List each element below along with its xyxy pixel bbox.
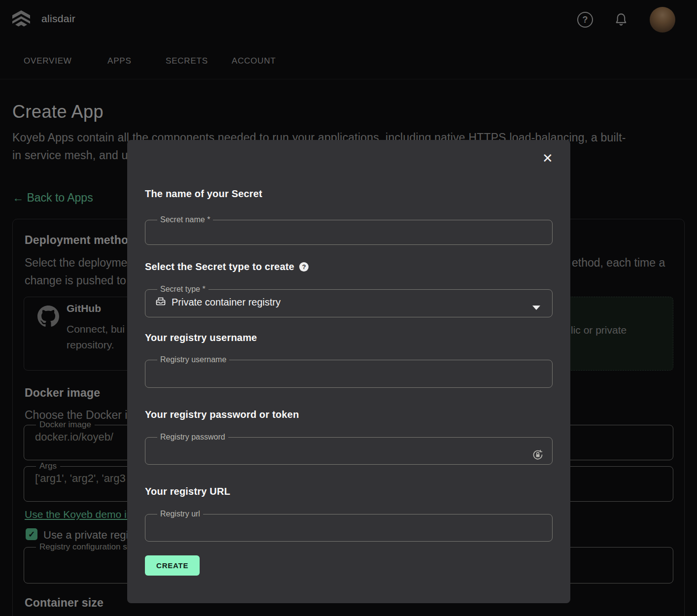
koyeb-dashboard: alisdair ? OVERVIEW APPS SECRETS ACCOUNT… <box>0 0 697 616</box>
secret-type-value: Private container registry <box>172 297 280 308</box>
close-icon[interactable]: ✕ <box>540 151 555 166</box>
registry-password-input[interactable] <box>153 442 544 456</box>
create-secret-modal: ✕ The name of your Secret Secret name * … <box>127 140 570 603</box>
secret-name-label: Secret name * <box>157 215 213 224</box>
registry-password-heading: Your registry password or token <box>145 409 299 420</box>
registry-username-label: Registry username <box>157 355 229 364</box>
secret-name-input[interactable] <box>153 224 544 239</box>
secret-type-select[interactable]: Secret type * Private container registry <box>145 285 553 317</box>
secret-name-heading-text: The name of your Secret <box>145 188 262 200</box>
registry-url-heading: Your registry URL <box>145 486 230 497</box>
registry-password-field[interactable]: Registry password <box>145 433 553 465</box>
secret-type-label: Secret type * <box>157 285 209 294</box>
chevron-down-icon[interactable] <box>532 306 540 310</box>
registry-url-label: Registry url <box>157 510 203 518</box>
password-lock-refresh-icon[interactable] <box>531 448 544 463</box>
secret-name-field[interactable]: Secret name * <box>145 215 553 245</box>
registry-url-input[interactable] <box>153 518 544 533</box>
secret-type-heading: Select the Secret type to create ? <box>145 261 309 273</box>
create-button[interactable]: CREATE <box>145 555 200 576</box>
registry-password-label: Registry password <box>157 433 228 442</box>
help-icon[interactable]: ? <box>299 262 309 272</box>
registry-password-heading-text: Your registry password or token <box>145 409 299 420</box>
registry-username-field[interactable]: Registry username <box>145 355 553 388</box>
container-registry-icon <box>155 296 166 308</box>
registry-username-heading-text: Your registry username <box>145 332 257 343</box>
secret-name-heading: The name of your Secret <box>145 188 262 200</box>
registry-url-field[interactable]: Registry url <box>145 510 553 542</box>
registry-username-heading: Your registry username <box>145 332 257 343</box>
registry-username-input[interactable] <box>153 364 544 379</box>
secret-type-heading-text: Select the Secret type to create <box>145 261 294 273</box>
registry-url-heading-text: Your registry URL <box>145 486 230 497</box>
